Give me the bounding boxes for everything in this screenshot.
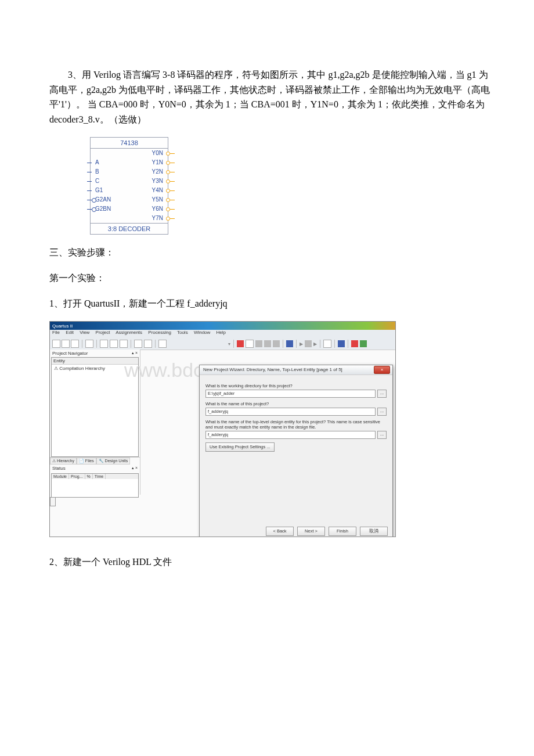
finish-button[interactable]: Finish [329, 527, 356, 536]
quartus-screenshot: Quartus II File Edit View Project Assign… [49, 321, 396, 537]
ic-pin-y0n: Y0N [152, 150, 163, 156]
directory-input[interactable]: E:\yjq\f_adder [205, 390, 376, 398]
play2-icon[interactable]: ▶ [313, 341, 317, 347]
heading-experiment-1: 第一个实验： [49, 271, 493, 286]
step-1: 1、打开 QuartusII，新建一个工程 f_adderyjq [49, 296, 493, 311]
decoder-symbol: 74138 A B C G1 G2AN G2BN Y0N Y1N Y2N Y3N [90, 137, 168, 235]
chip-icon[interactable] [323, 340, 331, 348]
cut-icon[interactable] [100, 340, 108, 348]
redo-icon[interactable] [144, 340, 152, 348]
ic-title: 74138 [91, 138, 168, 149]
paste-icon[interactable] [120, 340, 128, 348]
toolbar[interactable]: ▾ ▶ ▶ [50, 338, 395, 350]
window-title: Quartus II [52, 323, 73, 329]
tab-hierarchy[interactable]: ⚠ Hierarchy [50, 458, 77, 465]
menu-file[interactable]: File [52, 330, 60, 335]
wizard-q3: What is the name of the top-level design… [205, 419, 387, 430]
ic-subtitle: 3:8 DECODER [91, 223, 168, 234]
open-icon[interactable] [62, 340, 70, 348]
dropdown-icon[interactable]: ▾ [228, 341, 230, 347]
ic-pin-b: B [95, 168, 99, 175]
browse-button-1[interactable]: ... [377, 390, 387, 398]
ic-pin-y3n: Y3N [152, 178, 163, 184]
menu-assignments[interactable]: Assignments [116, 330, 142, 335]
entity-name-input[interactable]: f_adderyjq [205, 431, 376, 439]
menu-window[interactable]: Window [194, 330, 210, 335]
ic-pin-y5n: Y5N [152, 196, 163, 203]
paragraph-1: 3、用 Verilog 语言编写 3-8 译码器的程序，符号如图所示，其中 g1… [49, 67, 493, 127]
menu-bar[interactable]: File Edit View Project Assignments Proce… [50, 330, 395, 338]
tab-files[interactable]: 📄 Files [77, 458, 96, 465]
ic-pin-g2an: G2AN [95, 196, 111, 203]
analyze-icon[interactable] [264, 340, 271, 347]
messages-toggle-icon[interactable] [50, 497, 56, 506]
compilation-hierarchy-row[interactable]: ⚠ Compilation Hierarchy [52, 365, 138, 372]
menu-project[interactable]: Project [96, 330, 110, 335]
menu-edit[interactable]: Edit [66, 330, 74, 335]
project-name-input[interactable]: f_adderyjq [205, 408, 376, 416]
debug-icon[interactable] [351, 340, 358, 347]
ic-pin-y4n: Y4N [152, 187, 163, 193]
menu-processing[interactable]: Processing [148, 330, 171, 335]
browse-button-2[interactable]: ... [377, 408, 387, 416]
status-col-module: Module [52, 474, 69, 479]
ic-pin-g1: G1 [95, 187, 103, 193]
tab-design-units[interactable]: 🔧 Design Units [96, 458, 131, 465]
step-2: 2、新建一个 Verilog HDL 文件 [49, 555, 493, 570]
ic-pin-y2n: Y2N [152, 168, 163, 175]
wizard-title: New Project Wizard: Directory, Name, Top… [203, 367, 342, 372]
undo-icon[interactable] [134, 340, 142, 348]
ic-pin-a: A [95, 159, 99, 165]
menu-help[interactable]: Help [217, 330, 226, 335]
sim-icon[interactable] [286, 340, 293, 347]
status-col-prog: Prog... [69, 474, 85, 479]
viewer-icon[interactable] [360, 340, 367, 347]
assign-icon[interactable] [237, 340, 244, 347]
wizard-q1: What is the working directory for this p… [205, 383, 387, 388]
status-panel-label: Status [52, 466, 66, 471]
new-project-wizard: New Project Wizard: Directory, Name, Top… [199, 365, 393, 537]
tool-icon[interactable] [246, 340, 254, 348]
prog-icon[interactable] [338, 340, 345, 347]
help-icon[interactable] [158, 340, 167, 348]
window-titlebar: Quartus II [50, 322, 395, 330]
status-col-percent: % [85, 474, 93, 479]
ic-pin-y6n: Y6N [152, 206, 163, 212]
ic-pin-y1n: Y1N [152, 159, 163, 165]
ic-pin-g2bn: G2BN [95, 206, 111, 212]
new-icon[interactable] [52, 340, 60, 348]
entity-header: Entity [52, 358, 138, 365]
heading-steps: 三、实验步骤： [49, 245, 493, 260]
use-existing-settings-button[interactable]: Use Existing Project Settings ... [205, 442, 275, 452]
status-col-time: Time [93, 474, 106, 479]
close-button[interactable]: × [374, 366, 390, 374]
project-navigator: Project Navigator ▴ × Entity ⚠ Compilati… [50, 350, 140, 495]
next-button[interactable]: Next > [297, 527, 325, 536]
project-navigator-label: Project Navigator [52, 351, 88, 356]
synth-icon[interactable] [273, 340, 280, 347]
save-icon[interactable] [71, 340, 79, 348]
cancel-button[interactable]: 取消 [360, 527, 388, 536]
back-button[interactable]: < Back [266, 527, 294, 536]
play-icon[interactable]: ▶ [300, 341, 303, 347]
browse-button-3[interactable]: ... [377, 431, 387, 439]
copy-icon[interactable] [110, 340, 118, 348]
menu-tools[interactable]: Tools [177, 330, 188, 335]
print-icon[interactable] [85, 340, 93, 348]
compile-icon[interactable] [255, 340, 262, 347]
wizard-q2: What is the name of this project? [205, 401, 387, 406]
ic-pin-y7n: Y7N [152, 215, 163, 221]
timing-icon[interactable] [305, 340, 312, 347]
ic-pin-c: C [95, 178, 99, 184]
menu-view[interactable]: View [80, 330, 89, 335]
